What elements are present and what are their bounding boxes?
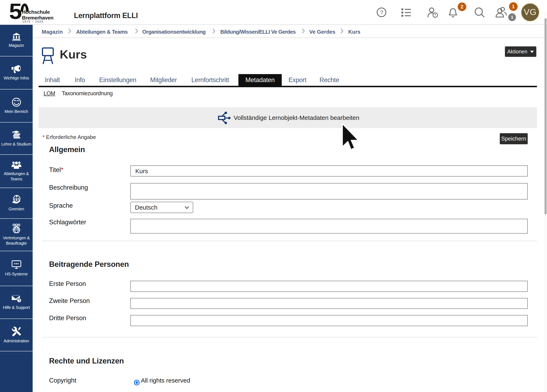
svg-text:5: 5	[9, 1, 22, 23]
svg-text:Hochschule: Hochschule	[22, 9, 50, 15]
svg-text:?: ?	[18, 298, 20, 303]
svg-text:?: ?	[380, 9, 383, 16]
svg-text:Bremerhaven: Bremerhaven	[22, 15, 53, 20]
svg-text:1975 – 2025: 1975 – 2025	[22, 20, 43, 23]
